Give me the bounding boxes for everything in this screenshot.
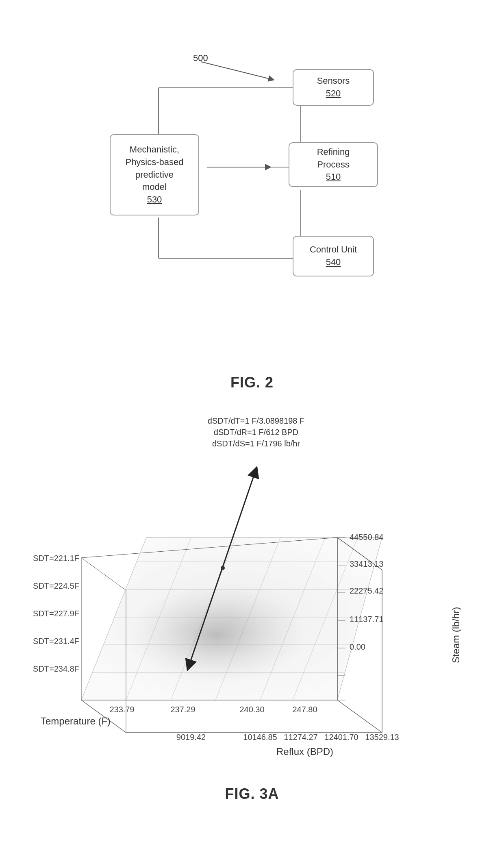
sdt-label-3: SDT=231.4F: [33, 637, 79, 646]
steam-label-4: 0.00: [350, 642, 365, 651]
temp-label-2: 237.29: [170, 705, 195, 714]
gradient-text-2: dSDT/dR=1 F/612 BPD: [214, 428, 298, 437]
sdt-label-2: SDT=227.9F: [33, 609, 79, 618]
svg-line-0: [201, 62, 272, 79]
label-500: 500: [193, 53, 208, 63]
fig2-diagram: 500: [110, 53, 394, 370]
svg-point-49: [221, 566, 225, 570]
gradient-text-3: dSDT/dS=1 F/1796 lb/hr: [212, 439, 300, 448]
model-label4: model: [142, 181, 167, 194]
steam-label-3: 11137.71: [350, 615, 383, 624]
model-label1: Mechanistic,: [130, 144, 179, 156]
reflux-label-3: 10146.85: [243, 733, 277, 742]
reflux-label-4: 9019.42: [176, 733, 206, 742]
reflux-label-2: 11274.27: [284, 733, 317, 742]
sensors-box: Sensors 520: [293, 69, 374, 106]
refining-label2: Process: [317, 159, 349, 171]
model-label2: Physics-based: [125, 156, 183, 169]
control-box: Control Unit 540: [293, 236, 374, 276]
fig3a-section: 44550.84 33413.13 22275.42 11137.71 0.00…: [0, 391, 504, 838]
refining-box: Refining Process 510: [289, 142, 378, 187]
temp-label-3: 233.79: [109, 705, 134, 714]
temp-axis-label: Temperature (F): [41, 716, 111, 726]
sdt-label-1: SDT=224.5F: [33, 581, 79, 590]
fig3a-chart: 44550.84 33413.13 22275.42 11137.71 0.00…: [28, 399, 476, 781]
fig3a-caption: FIG. 3A: [225, 785, 279, 803]
sensors-number: 520: [326, 87, 341, 100]
sdt-label-0: SDT=221.1F: [33, 554, 79, 563]
gradient-text-1: dSDT/dT=1 F/3.0898198 F: [208, 416, 304, 425]
model-label3: predictive: [135, 169, 174, 181]
control-label: Control Unit: [310, 244, 357, 256]
fig2-section: 500: [0, 0, 504, 398]
model-box: Mechanistic, Physics-based predictive mo…: [110, 134, 199, 215]
reflux-axis-label: Reflux (BPD): [276, 746, 333, 757]
temp-label-0: 247.80: [292, 705, 317, 714]
steam-label-0: 44550.84: [350, 533, 383, 542]
reflux-label-0: 13529.13: [365, 733, 399, 742]
steam-label-1: 33413.13: [350, 559, 383, 568]
control-number: 540: [326, 256, 341, 269]
fig3a-svg: 44550.84 33413.13 22275.42 11137.71 0.00…: [28, 399, 476, 781]
steam-label-2: 22275.42: [350, 586, 383, 595]
sensors-label: Sensors: [317, 75, 350, 87]
refining-number: 510: [326, 171, 341, 183]
sdt-label-4: SDT=234.8F: [33, 664, 79, 673]
model-number: 530: [147, 194, 162, 206]
steam-axis-label: Steam (lb/hr): [450, 607, 461, 663]
reflux-label-1: 12401.70: [324, 733, 358, 742]
temp-label-1: 240.30: [239, 705, 264, 714]
refining-label1: Refining: [317, 146, 350, 159]
